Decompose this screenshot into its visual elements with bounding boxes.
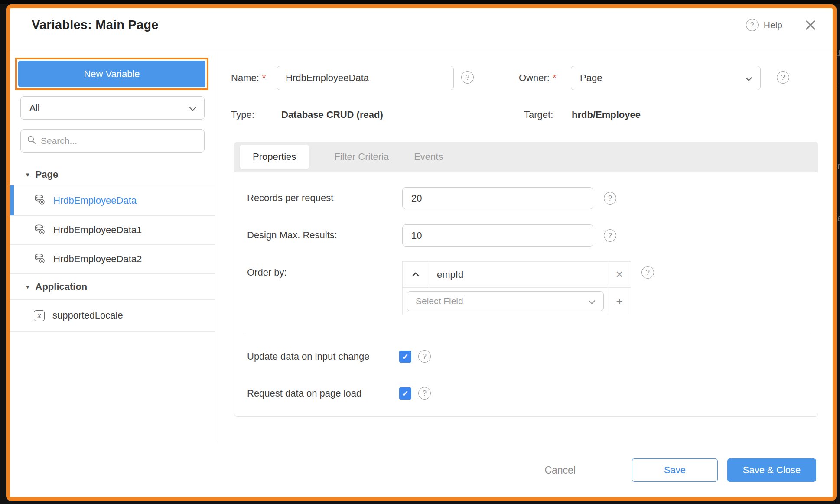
required-marker: * — [262, 72, 266, 83]
variable-item-label: HrdbEmployeeData2 — [53, 254, 142, 265]
owner-help-icon[interactable]: ? — [777, 71, 789, 84]
name-help-icon[interactable]: ? — [461, 71, 474, 84]
type-value: Database CRUD (read) — [281, 108, 383, 121]
type-label: Type: — [231, 108, 254, 121]
sidebar-item-hrdbemployeedata1[interactable]: HrdbEmployeeData1 — [10, 216, 215, 245]
sidebar-section-application[interactable]: ▾ Application — [10, 274, 215, 300]
tab-properties[interactable]: Properties — [240, 145, 309, 169]
request-data-checkbox[interactable]: ✓ — [399, 387, 411, 400]
variable-item-label: HrdbEmployeeData — [53, 195, 137, 206]
sidebar-item-hrdbemployeedata2[interactable]: HrdbEmployeeData2 — [10, 245, 215, 274]
variable-item-label: supportedLocale — [52, 310, 123, 321]
request-data-label: Request data on page load — [247, 387, 361, 400]
new-variable-button[interactable]: New Variable — [18, 61, 205, 87]
sidebar-item-hrdbemployeedata[interactable]: HrdbEmployeeData — [10, 185, 215, 216]
dialog-title: Variables: Main Page — [32, 18, 159, 32]
variables-sidebar: New Variable All ▾ Page — [10, 52, 215, 443]
cancel-button[interactable]: Cancel — [544, 465, 576, 476]
select-field-placeholder: Select Field — [416, 296, 463, 306]
owner-select-value: Page — [580, 72, 602, 84]
tab-filter-criteria[interactable]: Filter Criteria — [334, 151, 389, 163]
dialog-header: Variables: Main Page ? Help — [10, 8, 833, 52]
close-icon[interactable] — [805, 20, 816, 31]
records-help-icon[interactable]: ? — [604, 192, 616, 205]
collapse-caret-icon: ▾ — [26, 283, 29, 291]
add-order-field-icon[interactable]: + — [608, 288, 631, 315]
dialog-footer: Cancel Save Save & Close — [10, 443, 833, 497]
database-variable-icon — [34, 224, 46, 237]
order-by-field[interactable]: empId — [429, 262, 608, 288]
search-input[interactable] — [41, 136, 198, 146]
name-label: Name:* — [231, 72, 266, 85]
order-by-widget: empId ✕ Select Field + — [402, 261, 631, 315]
properties-panel: Records per request ? Design Max. Result… — [234, 172, 818, 417]
chevron-down-icon — [588, 296, 596, 307]
background-toolbar — [0, 0, 840, 4]
section-label: Application — [36, 281, 88, 293]
database-variable-icon — [34, 253, 46, 266]
update-data-label: Update data on input change — [247, 350, 370, 363]
required-marker: * — [553, 72, 557, 83]
records-per-request-input[interactable] — [402, 187, 593, 209]
target-label: Target: — [524, 108, 553, 121]
order-by-help-icon[interactable]: ? — [641, 266, 654, 279]
order-by-label: Order by: — [247, 266, 287, 279]
remove-order-field-icon[interactable]: ✕ — [608, 262, 631, 288]
search-box — [20, 129, 205, 153]
variable-detail-panel: Name:* ? Owner:* Page ? Type: Database C… — [215, 52, 833, 443]
owner-select[interactable]: Page — [571, 66, 761, 90]
collapse-caret-icon: ▾ — [26, 171, 29, 179]
help-question-icon[interactable]: ? — [746, 19, 759, 31]
sidebar-section-page[interactable]: ▾ Page — [10, 164, 215, 185]
variable-type-filter-value: All — [29, 103, 39, 113]
variable-item-label: HrdbEmployeeData1 — [53, 224, 142, 236]
divider — [243, 335, 809, 335]
design-max-results-input[interactable] — [402, 224, 593, 247]
order-by-select-field[interactable]: Select Field — [407, 291, 604, 311]
section-label: Page — [36, 169, 59, 180]
sort-ascending-icon[interactable] — [403, 262, 429, 288]
help-link[interactable]: Help — [764, 20, 782, 30]
records-per-request-label: Records per request — [247, 192, 333, 205]
model-variable-icon: x — [34, 310, 45, 321]
new-variable-highlight: New Variable — [15, 58, 208, 90]
chevron-down-icon — [189, 103, 196, 114]
search-icon — [27, 135, 36, 146]
owner-label: Owner:* — [519, 72, 556, 85]
design-max-results-label: Design Max. Results: — [247, 229, 337, 242]
save-button[interactable]: Save — [632, 458, 718, 482]
tab-bar: Properties Filter Criteria Events — [234, 142, 818, 172]
tab-events[interactable]: Events — [414, 151, 443, 163]
variable-type-filter-select[interactable]: All — [20, 96, 205, 120]
sidebar-item-supportedlocale[interactable]: x supportedLocale — [10, 300, 215, 332]
update-data-checkbox[interactable]: ✓ — [399, 351, 411, 363]
save-and-close-button[interactable]: Save & Close — [727, 458, 816, 482]
update-data-help-icon[interactable]: ? — [418, 350, 431, 363]
chevron-down-icon — [745, 73, 752, 84]
design-max-help-icon[interactable]: ? — [604, 229, 616, 242]
database-variable-icon — [34, 194, 46, 207]
variable-name-input[interactable] — [277, 66, 454, 90]
request-data-help-icon[interactable]: ? — [418, 387, 431, 400]
variables-dialog: Variables: Main Page ? Help New Variable… — [6, 4, 837, 501]
target-value: hrdb/Employee — [572, 108, 641, 121]
selected-indicator — [10, 185, 14, 215]
